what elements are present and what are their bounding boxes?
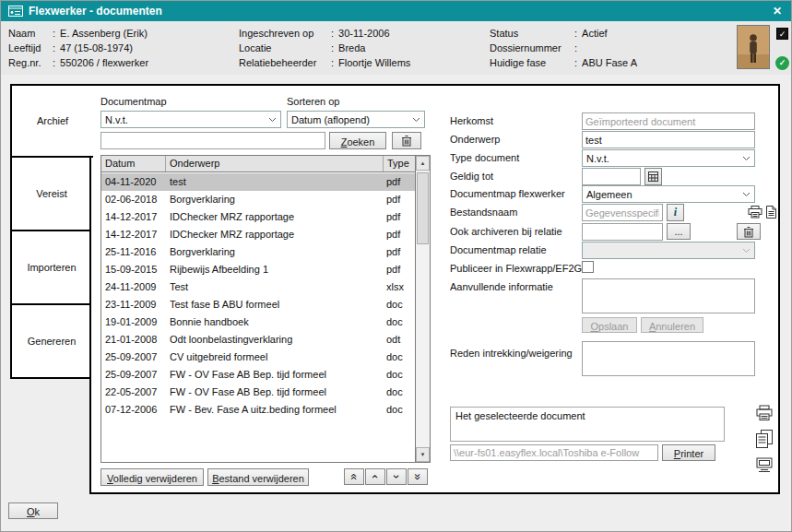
- chevron-down-icon: [412, 117, 420, 123]
- printer-icon: [748, 206, 762, 219]
- table-row[interactable]: 21-01-2008 Odt loonbelastingverklaring o…: [101, 331, 416, 349]
- documentmap-select[interactable]: N.v.t.: [100, 111, 281, 128]
- cell-type: doc: [383, 366, 416, 384]
- chevron-down-icon: [268, 117, 277, 123]
- table-row[interactable]: 07-12-2006 FW - Bev. Fase A uitz.beding …: [101, 401, 416, 419]
- bestand-verwijderen-button[interactable]: Bestand verwijderen: [207, 468, 309, 486]
- reden-label: Reden intrekking/weigering: [450, 348, 573, 359]
- cell-type: odt: [383, 331, 416, 349]
- table-header: Datum Onderwerp Type: [101, 156, 416, 172]
- documents-icon: [756, 430, 773, 448]
- new-document-button[interactable]: [763, 203, 778, 221]
- column-header-datum[interactable]: Datum: [101, 156, 166, 171]
- scroll-down-icon: ▼: [420, 452, 426, 457]
- check-icon: ✓: [779, 30, 786, 39]
- archief-panel: Documentmap N.v.t. Sorteren op Datum (af…: [89, 84, 780, 494]
- table-row[interactable]: 15-09-2015 Rijbewijs Afbeelding 1 pdf: [101, 261, 416, 278]
- selected-document-text: Het geselecteerde document: [455, 410, 585, 421]
- photo-checkbox[interactable]: ✓: [776, 28, 788, 40]
- cell-type: doc: [383, 313, 416, 331]
- cell-onderwerp: Test: [166, 278, 383, 296]
- table-row[interactable]: 25-09-2007 CV uitgebreid formeel doc: [101, 349, 416, 366]
- table-row[interactable]: 04-11-2020 test pdf: [101, 173, 416, 191]
- onderwerp-label: Onderwerp: [450, 134, 500, 145]
- print-preview-button[interactable]: [751, 401, 777, 425]
- cell-type: pdf: [383, 191, 416, 208]
- table-row[interactable]: 14-12-2017 IDChecker MRZ rapportage pdf: [101, 226, 416, 243]
- nav-last-button[interactable]: »: [408, 468, 428, 485]
- nav-down-button[interactable]: ›: [386, 468, 407, 485]
- nav-first-button[interactable]: «: [344, 468, 364, 485]
- printer-button[interactable]: Printer: [662, 444, 715, 461]
- cell-onderwerp: IDChecker MRZ rapportage: [166, 208, 383, 226]
- table-row[interactable]: 24-11-2009 Test xlsx: [101, 278, 416, 296]
- tab-archief[interactable]: Archief: [10, 84, 93, 158]
- cell-datum: 23-11-2009: [101, 296, 166, 313]
- chevron-down-icon: [742, 248, 751, 254]
- print-document-button[interactable]: [746, 203, 764, 221]
- browse-button[interactable]: ...: [667, 223, 691, 240]
- chevron-up-icon: ‹: [371, 475, 380, 479]
- ok-button[interactable]: Ok: [8, 502, 58, 519]
- field-label: Locatie: [239, 42, 331, 53]
- cell-onderwerp: Borgverklaring: [166, 243, 383, 261]
- onderwerp-input[interactable]: [582, 131, 755, 148]
- table-row[interactable]: 23-11-2009 Test fase B ABU formeel doc: [101, 296, 416, 313]
- cell-type: xlsx: [383, 278, 416, 296]
- field-value: ABU Fase A: [582, 57, 637, 68]
- aanvullende-informatie-label: Aanvullende informatie: [450, 281, 553, 292]
- table-row[interactable]: 25-11-2016 Borgverklaring pdf: [101, 243, 416, 261]
- field-label: Status: [490, 28, 574, 39]
- calendar-button[interactable]: [644, 168, 662, 185]
- geldig-tot-input[interactable]: [582, 168, 641, 185]
- scroll-down-button[interactable]: ▼: [416, 447, 430, 462]
- flexworker-photo: [737, 25, 770, 69]
- info-button[interactable]: i: [667, 204, 684, 221]
- scroll-thumb[interactable]: [417, 172, 429, 244]
- table-row[interactable]: 14-12-2017 IDChecker MRZ rapportage pdf: [101, 208, 416, 226]
- documentmap-flexwerker-select[interactable]: Algemeen: [582, 185, 755, 203]
- table-row[interactable]: 25-09-2007 FW - OV Fase AB Bep. tijd for…: [101, 366, 416, 384]
- clear-search-button[interactable]: [392, 132, 421, 149]
- herkomst-input: [582, 112, 755, 130]
- nav-up-button[interactable]: ‹: [365, 468, 385, 485]
- aanvullende-informatie-textarea[interactable]: [582, 278, 755, 313]
- cell-onderwerp: Odt loonbelastingverklaring: [166, 331, 383, 349]
- sorteren-select[interactable]: Datum (aflopend): [287, 111, 425, 128]
- cell-onderwerp: FW - Bev. Fase A uitz.beding formeel: [166, 401, 383, 419]
- opslaan-button[interactable]: Opslaan: [582, 317, 637, 333]
- field-value: 30-11-2006: [338, 28, 389, 39]
- close-button[interactable]: ✕: [771, 5, 784, 18]
- table-row[interactable]: 02-06-2018 Borgverklaring pdf: [101, 191, 416, 208]
- scroll-up-button[interactable]: ▲: [416, 156, 430, 171]
- print-output-button[interactable]: [751, 453, 777, 477]
- annuleren-button[interactable]: Annuleren: [641, 317, 703, 333]
- search-input[interactable]: [100, 132, 325, 149]
- field-label: Reg.nr.: [8, 57, 53, 68]
- volledig-verwijderen-button[interactable]: Volledig verwijderen: [100, 468, 204, 486]
- cell-onderwerp: test: [166, 173, 383, 191]
- documentmap-relatie-label: Documentmap relatie: [450, 244, 547, 255]
- column-header-onderwerp[interactable]: Onderwerp: [166, 156, 384, 171]
- double-up-icon: «: [349, 473, 359, 479]
- document-icon: [766, 206, 776, 219]
- type-document-label: Type document: [450, 152, 519, 163]
- ook-archiveren-input[interactable]: [582, 223, 663, 241]
- table-row[interactable]: 22-05-2007 FW - OV Fase AB Bep. tijd for…: [101, 384, 416, 401]
- cell-type: pdf: [383, 261, 416, 278]
- document-table: Datum Onderwerp Type 04-11-2020 test pdf…: [100, 155, 431, 463]
- cell-onderwerp: Test fase B ABU formeel: [166, 296, 383, 313]
- tab-importeren[interactable]: Importeren: [10, 230, 91, 305]
- type-document-select[interactable]: N.v.t.: [582, 149, 755, 167]
- tab-vereist[interactable]: Vereist: [10, 156, 91, 231]
- reden-textarea[interactable]: [582, 341, 755, 376]
- table-row[interactable]: 19-01-2009 Bonnie handboek doc: [101, 313, 416, 331]
- zoeken-button[interactable]: Zoeken: [329, 132, 386, 149]
- document-stack-button[interactable]: [751, 427, 777, 451]
- field-label: Naam: [8, 28, 53, 39]
- delete-relatie-archief-button[interactable]: [737, 223, 761, 240]
- publiceer-checkbox[interactable]: [582, 261, 594, 273]
- tab-genereren[interactable]: Genereren: [10, 303, 91, 379]
- column-header-type[interactable]: Type: [384, 156, 417, 171]
- table-scrollbar[interactable]: ▲ ▼: [415, 156, 430, 462]
